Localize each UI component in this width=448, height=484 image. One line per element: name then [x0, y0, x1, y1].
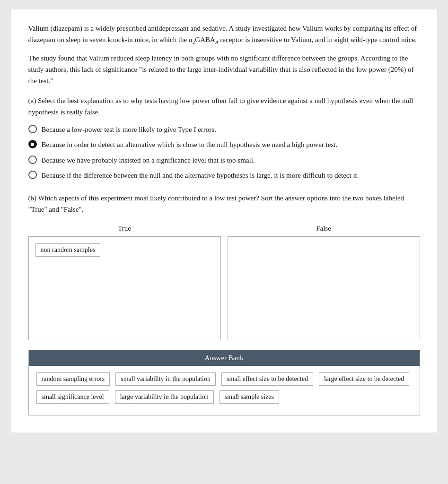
false-sort-box[interactable] — [228, 236, 420, 340]
passage: Valium (diazepam) is a widely prescribed… — [28, 23, 420, 86]
true-column: True non random samples — [28, 225, 221, 340]
false-column: False — [228, 225, 420, 340]
radio-label-4: Because if the difference between the nu… — [42, 170, 359, 181]
radio-option-1[interactable]: Because a low-power test is more likely … — [28, 124, 420, 135]
radio-circle-2[interactable] — [28, 140, 37, 148]
radio-circle-1[interactable] — [28, 125, 37, 133]
false-column-label: False — [228, 225, 420, 233]
answer-bank-item-small-sample-sizes[interactable]: small sample sizes — [220, 390, 279, 404]
answer-bank-row-2: small significance level large variabili… — [36, 390, 412, 404]
true-sort-box[interactable]: non random samples — [28, 236, 221, 340]
answer-bank-item-large-effect-size[interactable]: large effect size to be detected — [319, 372, 409, 386]
answer-bank-item-small-significance-level[interactable]: small significance level — [36, 390, 109, 404]
true-box-item-1[interactable]: non random samples — [35, 243, 101, 257]
true-column-label: True — [28, 225, 221, 233]
answer-bank-body: random sampling errors small variability… — [29, 366, 420, 415]
question-a: (a) Select the best explanation as to wh… — [28, 95, 420, 181]
radio-label-1: Because a low-power test is more likely … — [42, 124, 216, 135]
passage-paragraph1: Valium (diazepam) is a widely prescribed… — [28, 23, 420, 47]
radio-option-3[interactable]: Because we have probably insisted on a s… — [28, 155, 420, 166]
main-container: Valium (diazepam) is a widely prescribed… — [11, 9, 437, 432]
question-b: (b) Which aspects of this experiment mos… — [28, 192, 420, 415]
answer-bank-section: Answer Bank random sampling errors small… — [28, 350, 420, 415]
answer-bank-item-small-variability[interactable]: small variability in the population — [115, 372, 216, 386]
answer-bank-item-large-variability[interactable]: large variability in the population — [115, 390, 214, 404]
answer-bank-item-small-effect-size[interactable]: small effect size to be detected — [221, 372, 313, 386]
question-a-label: (a) Select the best explanation as to wh… — [28, 95, 420, 118]
sort-boxes-area: True non random samples False — [28, 225, 420, 340]
radio-option-2[interactable]: Because in order to detect an alternativ… — [28, 139, 420, 150]
answer-bank-item-random-sampling-errors[interactable]: random sampling errors — [36, 372, 110, 386]
radio-label-3: Because we have probably insisted on a s… — [42, 155, 255, 166]
answer-bank-row-1: random sampling errors small variability… — [36, 372, 412, 386]
answer-bank-header: Answer Bank — [29, 350, 420, 366]
passage-paragraph2: The study found that Valium reduced slee… — [28, 52, 420, 86]
radio-circle-4[interactable] — [28, 171, 37, 179]
question-b-label: (b) Which aspects of this experiment mos… — [28, 192, 420, 215]
radio-option-4[interactable]: Because if the difference between the nu… — [28, 170, 420, 181]
radio-circle-3[interactable] — [28, 156, 37, 164]
radio-label-2: Because in order to detect an alternativ… — [42, 139, 338, 150]
